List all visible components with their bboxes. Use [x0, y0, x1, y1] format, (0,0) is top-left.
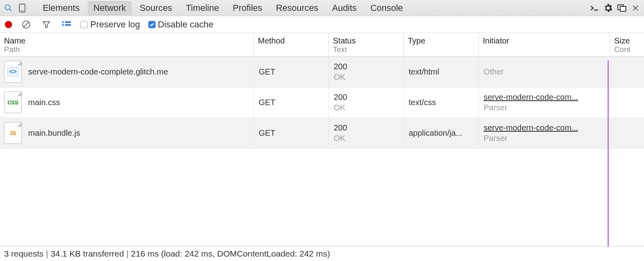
status-transferred: 34.1 KB transferred [51, 249, 124, 259]
initiator-other: Other [484, 67, 504, 77]
network-table: Name Path Method Status Text Type Initia… [0, 33, 644, 246]
checkbox-icon [81, 21, 88, 28]
cell-name: CSS main.css [0, 87, 254, 118]
dock-icon[interactable] [616, 2, 628, 14]
table-body: <> serve-modern-code-complete.glitch.me … [0, 57, 644, 246]
cell-type: text/css [404, 87, 479, 118]
cell-type: application/ja... [404, 118, 479, 148]
view-options-icon[interactable] [60, 19, 73, 31]
clear-icon[interactable] [20, 19, 32, 31]
svg-rect-15 [65, 24, 71, 26]
cell-status: 200OK [329, 87, 404, 118]
tab-elements[interactable]: Elements [37, 1, 85, 15]
initiator-link[interactable]: serve-modern-code-com... [484, 122, 578, 133]
table-row[interactable]: <> serve-modern-code-complete.glitch.me … [0, 57, 644, 87]
status-time: 216 ms [131, 249, 159, 259]
tab-timeline[interactable]: Timeline [180, 1, 224, 15]
col-type[interactable]: Type [404, 33, 479, 56]
col-status[interactable]: Status Text [329, 33, 404, 56]
cell-type: text/html [404, 57, 479, 87]
tab-profiles[interactable]: Profiles [227, 1, 268, 15]
network-toolbar: Preserve log Disable cache [0, 16, 644, 33]
cell-initiator: serve-modern-code-com... Parser [479, 87, 610, 118]
preserve-log-label: Preserve log [90, 19, 140, 30]
cell-method: GET [254, 87, 329, 118]
settings-icon[interactable] [602, 2, 614, 14]
file-html-icon: <> [4, 61, 22, 83]
cell-name: JS main.bundle.js [0, 118, 254, 148]
cell-status: 200OK [329, 57, 404, 87]
panel-tabs: Elements Network Sources Timeline Profil… [37, 1, 409, 15]
file-css-icon: CSS [4, 91, 22, 113]
initiator-sub: Parser [484, 133, 578, 143]
disable-cache-checkbox[interactable]: Disable cache [148, 19, 214, 30]
drawer-toggle-icon[interactable] [588, 2, 600, 14]
tab-network[interactable]: Network [88, 1, 132, 15]
svg-line-10 [24, 22, 29, 27]
table-header: Name Path Method Status Text Type Initia… [0, 33, 644, 57]
status-requests: 3 requests [4, 249, 44, 259]
cell-method: GET [254, 118, 329, 148]
tab-audits[interactable]: Audits [326, 1, 362, 15]
svg-rect-13 [65, 21, 71, 23]
request-name: main.bundle.js [28, 128, 80, 138]
svg-marker-11 [43, 22, 50, 27]
svg-rect-12 [62, 21, 64, 23]
status-bar: 3 requests | 34.1 KB transferred | 216 m… [0, 246, 644, 261]
cell-size [610, 87, 644, 118]
table-row[interactable]: JS main.bundle.js GET 200OK application/… [0, 118, 644, 149]
initiator-link[interactable]: serve-modern-code-com... [484, 92, 578, 102]
cell-name: <> serve-modern-code-complete.glitch.me [0, 57, 254, 87]
col-size[interactable]: Size Cont [610, 33, 644, 56]
svg-rect-6 [620, 6, 626, 11]
col-name[interactable]: Name Path [0, 33, 254, 56]
status-details: (load: 242 ms, DOMContentLoaded: 242 ms) [161, 249, 330, 259]
initiator-sub: Parser [484, 102, 578, 113]
close-icon[interactable] [629, 2, 642, 14]
cell-size [610, 118, 644, 148]
file-js-icon: JS [4, 122, 22, 144]
tab-sources[interactable]: Sources [134, 1, 178, 15]
preserve-log-checkbox[interactable]: Preserve log [81, 19, 140, 30]
device-toggle-icon[interactable] [16, 2, 28, 14]
svg-rect-14 [62, 24, 64, 26]
col-method[interactable]: Method [254, 33, 329, 56]
checkbox-checked-icon [148, 21, 156, 28]
request-name: main.css [28, 98, 60, 107]
tab-resources[interactable]: Resources [270, 1, 324, 15]
svg-point-0 [5, 5, 10, 10]
cell-initiator: Other [479, 57, 610, 87]
tab-console[interactable]: Console [365, 1, 409, 15]
cell-status: 200OK [329, 118, 404, 148]
devtools-tabbar: Elements Network Sources Timeline Profil… [0, 0, 644, 16]
filter-icon[interactable] [40, 19, 52, 31]
search-icon[interactable] [2, 2, 15, 14]
disable-cache-label: Disable cache [158, 19, 214, 30]
record-button[interactable] [5, 21, 12, 28]
col-initiator[interactable]: Initiator [479, 33, 610, 56]
timeline-marker [608, 60, 609, 246]
svg-line-1 [10, 9, 12, 11]
cell-method: GET [254, 57, 329, 87]
cell-initiator: serve-modern-code-com... Parser [479, 118, 610, 148]
cell-size [610, 57, 644, 87]
table-row[interactable]: CSS main.css GET 200OK text/css serve-mo… [0, 87, 644, 118]
request-name: serve-modern-code-complete.glitch.me [28, 67, 168, 77]
